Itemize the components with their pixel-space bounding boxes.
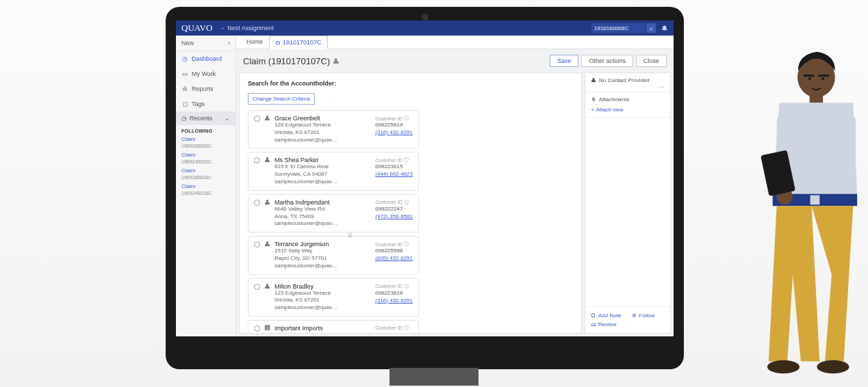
topbar: QUAVO → Next Assignment ⌕ 🔔︎ xyxy=(176,21,674,36)
sidebar-item-mywork[interactable]: ▭ My Work xyxy=(176,66,235,81)
global-search[interactable] xyxy=(591,23,645,33)
phone-link[interactable]: (316) 432-8291 xyxy=(375,297,413,304)
following-item[interactable]: Claim 1909280024C xyxy=(176,166,235,182)
next-assignment-button[interactable]: → Next Assignment xyxy=(219,25,274,31)
attach-new-label: Attach new xyxy=(596,107,624,113)
bars-icon: ılı xyxy=(181,85,188,92)
add-note-button[interactable]: 🗒︎ Add Note xyxy=(591,312,621,319)
radio-button[interactable] xyxy=(254,157,260,163)
follow-label: Follow xyxy=(639,312,654,319)
customer-id-label: Customer ID ⓘ xyxy=(375,325,413,332)
attachments-section: 📎︎ Attachments + Attach new xyxy=(585,92,670,118)
user-icon: 👤︎ xyxy=(264,157,270,185)
info-icon: ⓘ xyxy=(404,199,409,206)
customer-id-value: 098223615 xyxy=(375,163,413,170)
tab-claim-active[interactable]: 🗀 1910170107C xyxy=(269,36,328,49)
info-icon: ⓘ xyxy=(404,325,409,332)
sidebar-recents-toggle[interactable]: ◷ Recents ⌄ xyxy=(176,111,235,125)
customer-id-value: 098223617 xyxy=(375,332,413,334)
customer-id-value: 098225598 xyxy=(375,248,413,254)
following-item[interactable]: Claim 1909240018C xyxy=(176,182,235,198)
paperclip-icon: 📎︎ xyxy=(591,96,596,103)
phone-link[interactable]: (316) 432-8291 xyxy=(375,129,413,135)
svg-point-8 xyxy=(767,360,800,374)
customer-id-value: 098223616 xyxy=(375,290,413,296)
following-heading: FOLLOWING xyxy=(176,125,235,135)
note-icon: 🗒︎ xyxy=(591,312,596,319)
new-label: New xyxy=(181,40,194,46)
bell-icon: 🔔︎ xyxy=(661,25,668,32)
result-email: samplecustomer@quav… xyxy=(275,263,413,270)
following-link[interactable]: Claim xyxy=(181,183,230,189)
phone-link[interactable]: (444) 662-4623 xyxy=(375,171,413,177)
search-result-item[interactable]: 👤︎Milton Bradley123 Edgewood TerraceWich… xyxy=(248,278,419,317)
more-menu-button[interactable]: … xyxy=(658,83,665,88)
search-result-item[interactable]: 👤︎Ms Shea Parker815 E El Camino RealSunn… xyxy=(248,152,419,190)
radio-button[interactable] xyxy=(254,116,260,122)
review-button[interactable]: 🗂︎ Review xyxy=(591,321,616,328)
sidebar-item-tags[interactable]: ◻ Tags xyxy=(176,96,235,111)
contact-section: 👤︎ No Contact Provided … xyxy=(585,73,670,92)
user-icon: 👤︎ xyxy=(591,77,596,83)
radio-button[interactable] xyxy=(254,200,260,206)
phone-link[interactable]: (605) 432-8291 xyxy=(375,255,413,261)
chevron-right-icon: › xyxy=(228,40,230,46)
active-tab-label: 1910170107C xyxy=(283,39,322,46)
following-link[interactable]: Claim xyxy=(181,136,230,142)
right-panel: 👤︎ No Contact Provided … 📎︎ Attachments xyxy=(585,72,671,334)
radio-button[interactable] xyxy=(254,241,260,248)
following-link[interactable]: Claim xyxy=(181,168,230,174)
tab-home[interactable]: Home xyxy=(240,36,269,49)
save-button[interactable]: Save xyxy=(550,55,579,67)
radio-button[interactable] xyxy=(254,325,260,332)
following-sub: 1909280024C xyxy=(181,175,212,180)
arrow-right-icon: → xyxy=(219,25,225,31)
gauge-icon: ◷ xyxy=(181,55,188,62)
search-result-item[interactable]: 👤︎Grace Greenbelt128 Edgewood TerraceWic… xyxy=(248,110,419,148)
result-email: samplecustomer@quav… xyxy=(275,178,413,186)
search-result-item[interactable]: 👤︎Terrance Jorgenson1515 Sally WayRapid … xyxy=(248,236,419,274)
info-icon: ⓘ xyxy=(404,283,409,290)
close-button[interactable]: Close xyxy=(636,55,667,67)
svg-rect-12 xyxy=(804,75,815,77)
new-button[interactable]: New › xyxy=(176,36,235,51)
result-email: samplecustomer@quav… xyxy=(275,304,413,312)
following-item[interactable]: Claim 1909280009C xyxy=(176,135,235,150)
follow-button[interactable]: ⊕ Follow xyxy=(632,312,654,319)
claim-header: Claim (1910170107C) 👤︎ Save Other action… xyxy=(236,49,674,72)
search-result-item[interactable]: 🏢︎Important Imports210 N King StWilmingt… xyxy=(248,320,419,334)
customer-id-label: Customer ID ⓘ xyxy=(375,199,413,206)
following-link[interactable]: Claim xyxy=(181,152,230,158)
review-label: Review xyxy=(598,321,616,328)
sidebar-item-dashboard[interactable]: ◷ Dashboard xyxy=(176,51,235,66)
no-contact-label: No Contact Provided xyxy=(599,77,650,83)
plus-circle-icon: ⊕ xyxy=(632,312,637,319)
svg-rect-3 xyxy=(810,196,820,205)
sidebar-item-reports[interactable]: ılı Reports xyxy=(176,81,235,96)
user-icon: 👤︎ xyxy=(333,57,340,65)
change-search-criteria-button[interactable]: Change Search Criteria xyxy=(248,93,315,105)
search-submit-button[interactable]: ⌕ xyxy=(646,23,656,33)
search-panel: Search for the Accountholder: Change Sea… xyxy=(239,72,582,334)
result-list: 👤︎Grace Greenbelt128 Edgewood TerraceWic… xyxy=(248,110,419,334)
notifications-button[interactable]: 🔔︎ xyxy=(661,25,668,32)
attachments-label: Attachments xyxy=(599,96,629,103)
user-icon: 👤︎ xyxy=(264,283,270,312)
search-result-item[interactable]: 👤︎Martha Indripendant8640 Valley View Rd… xyxy=(248,194,419,232)
add-note-label: Add Note xyxy=(598,312,621,319)
next-assignment-label: Next Assignment xyxy=(227,25,274,31)
attach-new-button[interactable]: + Attach new xyxy=(591,107,665,113)
radio-button[interactable] xyxy=(254,284,260,290)
user-icon: 👤︎ xyxy=(264,199,270,228)
other-actions-button[interactable]: Other actions xyxy=(581,55,633,67)
right-actions: 🗒︎ Add Note ⊕ Follow 🗂︎ Review xyxy=(585,306,670,333)
customer-id-label: Customer ID ⓘ xyxy=(375,241,413,248)
sidebar-item-label: My Work xyxy=(192,70,216,77)
following-item[interactable]: Claim 1909240020C xyxy=(176,150,235,166)
following-sub: 1909240018C xyxy=(181,191,212,196)
phone-link[interactable]: (972) 358-8581 xyxy=(375,213,413,219)
global-search-input[interactable] xyxy=(594,25,635,31)
sidebar-item-label: Dashboard xyxy=(192,55,222,62)
app-logo: QUAVO xyxy=(181,23,212,34)
svg-rect-13 xyxy=(818,75,829,77)
